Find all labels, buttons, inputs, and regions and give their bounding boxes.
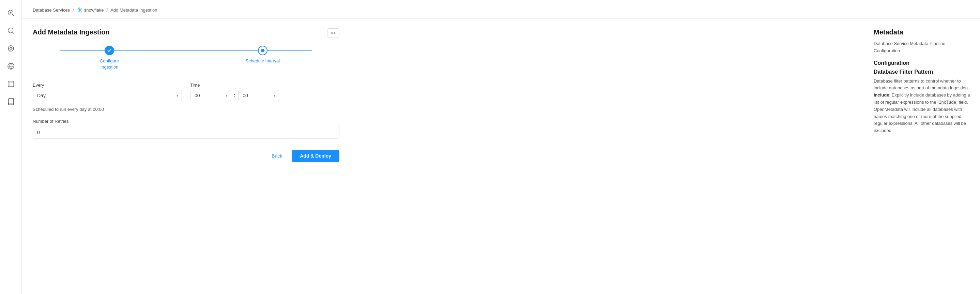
panel-include-label: Include: [874, 93, 889, 97]
step1-label: ConfigureIngestion: [100, 58, 119, 70]
retries-input[interactable]: [33, 126, 339, 139]
action-buttons: Back Add & Deploy: [33, 150, 339, 162]
step-configure: ConfigureIngestion: [33, 46, 186, 70]
breadcrumb-database-services[interactable]: Database Services: [33, 8, 70, 13]
schedule-row: Every Hour Day Week Month Year None ▾: [33, 83, 339, 101]
time-colon: :: [234, 93, 235, 99]
page-body: <> Add Metadata Ingestion ConfigureInges…: [22, 19, 980, 294]
main-content: Database Services / snowflake / Add Meta…: [22, 0, 980, 294]
time-minute-wrapper: 00 15 30 45 ▾: [238, 90, 279, 101]
sidebar-item-data-quality[interactable]: [3, 77, 18, 91]
snowflake-icon: [77, 7, 83, 13]
back-button[interactable]: Back: [266, 150, 288, 162]
svg-rect-14: [8, 81, 14, 87]
sidebar-item-governance[interactable]: [3, 41, 18, 56]
step2-label: Schedule Interval: [246, 58, 280, 64]
step2-inner: [261, 49, 264, 52]
sidebar-item-docs[interactable]: [3, 94, 18, 109]
time-label: Time: [190, 83, 339, 88]
time-hour-select[interactable]: 00 010203 040506 070809 101112 131415 16…: [190, 90, 231, 101]
breadcrumb-snowflake-link[interactable]: snowflake: [84, 8, 104, 13]
time-group: Time 00 010203 040506 070809 101112 1314…: [190, 83, 339, 101]
breadcrumb: Database Services / snowflake / Add Meta…: [22, 0, 980, 19]
svg-line-5: [12, 32, 14, 34]
right-panel: Metadata Database Service Metadata Pipel…: [864, 19, 980, 294]
time-hour-wrapper: 00 010203 040506 070809 101112 131415 16…: [190, 90, 231, 101]
every-group: Every Hour Day Week Month Year None ▾: [33, 83, 182, 101]
code-toggle-button[interactable]: <>: [327, 28, 339, 38]
every-select-wrapper: Hour Day Week Month Year None ▾: [33, 90, 182, 101]
sidebar-item-globe[interactable]: [3, 59, 18, 74]
every-select[interactable]: Hour Day Week Month Year None: [33, 90, 182, 101]
retries-group: Number of Retries: [33, 119, 339, 139]
step2-circle: [258, 46, 267, 55]
breadcrumb-current: Add Metadata Ingestion: [110, 8, 157, 13]
panel-filter-heading: Database Filter Pattern: [874, 69, 970, 75]
schedule-info: Scheduled to run every day at 00:00: [33, 107, 339, 112]
form-area: <> Add Metadata Ingestion ConfigureInges…: [22, 19, 864, 294]
svg-point-4: [8, 28, 13, 33]
form-wrapper: <> Add Metadata Ingestion ConfigureInges…: [33, 28, 339, 162]
panel-include-field: Include: [937, 100, 958, 105]
breadcrumb-snowflake-item: snowflake: [77, 7, 104, 13]
panel-configuration-heading: Configuration: [874, 60, 970, 66]
deploy-button[interactable]: Add & Deploy: [292, 150, 339, 162]
panel-heading: Metadata: [874, 28, 970, 36]
breadcrumb-sep2: /: [107, 8, 108, 13]
svg-point-11: [10, 47, 12, 50]
stepper: ConfigureIngestion Schedule Interval: [33, 46, 339, 70]
sidebar-item-insights[interactable]: [3, 23, 18, 38]
svg-point-19: [79, 10, 80, 11]
panel-pipeline-text: Database Service Metadata Pipeline Confi…: [874, 40, 970, 54]
checkmark-icon: [107, 48, 112, 53]
svg-line-1: [12, 14, 14, 16]
retries-label: Number of Retries: [33, 119, 339, 124]
page-title: Add Metadata Ingestion: [33, 28, 339, 36]
step1-circle: [105, 46, 114, 55]
panel-filter-text: Database filter patterns to control whet…: [874, 78, 970, 92]
breadcrumb-sep1: /: [73, 8, 74, 13]
every-label: Every: [33, 83, 182, 88]
time-inputs: 00 010203 040506 070809 101112 131415 16…: [190, 90, 339, 101]
panel-include-text: Include: Explicitly include databases by…: [874, 92, 970, 134]
step-schedule: Schedule Interval: [186, 46, 339, 64]
time-minute-select[interactable]: 00 15 30 45: [238, 90, 279, 101]
sidebar: [0, 0, 22, 294]
sidebar-item-explore[interactable]: [3, 5, 18, 21]
